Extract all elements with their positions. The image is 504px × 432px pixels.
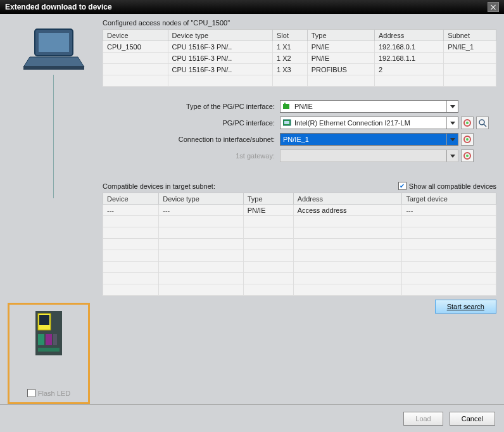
- diagnostics-button-2[interactable]: [461, 133, 474, 146]
- start-search-button[interactable]: Start search: [435, 300, 496, 314]
- flash-led-label: Flash LED: [38, 390, 70, 397]
- table-header: Device: [103, 193, 159, 205]
- nic-icon: [283, 119, 292, 127]
- table-row[interactable]: CPU 1516F-3 PN/..1 X3PROFIBUS2: [103, 64, 496, 75]
- diagnostics-button-3[interactable]: [461, 149, 474, 162]
- svg-line-18: [484, 124, 486, 127]
- chevron-down-icon: [446, 101, 458, 112]
- chevron-down-icon: [446, 150, 458, 162]
- svg-point-17: [479, 120, 484, 125]
- laptop-icon: [22, 24, 85, 75]
- configured-nodes-label: Configured access nodes of "CPU_1500": [103, 19, 496, 27]
- show-all-checkbox[interactable]: Show all compatible devices: [398, 182, 496, 190]
- close-button[interactable]: [488, 2, 499, 12]
- flash-led-checkbox[interactable]: Flash LED: [27, 389, 70, 397]
- svg-rect-1: [39, 33, 69, 52]
- search-button[interactable]: [476, 117, 489, 129]
- table-header: Device: [103, 30, 168, 41]
- diagnostics-icon: [463, 135, 472, 144]
- diagnostics-button[interactable]: [461, 117, 474, 129]
- pgpc-interface-dropdown[interactable]: Intel(R) Ethernet Connection I217-LM: [280, 117, 458, 129]
- svg-point-20: [466, 138, 469, 141]
- search-icon: [478, 118, 487, 127]
- chevron-down-icon: [446, 117, 458, 129]
- svg-rect-6: [39, 315, 49, 325]
- svg-rect-11: [283, 104, 289, 109]
- table-header: Address: [293, 193, 402, 205]
- table-row[interactable]: CPU 1516F-3 PN/..1 X2PN/IE192.168.1.1: [103, 53, 496, 64]
- diagnostics-icon: [463, 118, 472, 127]
- gateway-dropdown: [280, 149, 458, 162]
- configured-nodes-table: DeviceDevice typeSlotTypeAddressSubnet C…: [103, 29, 496, 87]
- svg-rect-10: [38, 348, 60, 352]
- window-title: Extended download to device: [5, 3, 112, 11]
- table-row[interactable]: ------PN/IEAccess address---: [103, 205, 496, 216]
- titlebar: Extended download to device: [0, 0, 504, 14]
- table-header: Subnet: [444, 30, 496, 41]
- diagnostics-icon: [463, 151, 472, 160]
- load-button: Load: [403, 412, 443, 426]
- table-header: Target device: [402, 193, 496, 205]
- plc-icon: [33, 311, 65, 355]
- svg-rect-14: [284, 121, 289, 124]
- checkbox-checked-icon: [398, 182, 406, 190]
- connection-subnet-label: Connection to interface/subnet:: [153, 136, 280, 143]
- pnie-icon: [283, 103, 292, 110]
- connection-subnet-value: PN/IE_1: [283, 136, 309, 143]
- connection-line: [53, 75, 54, 198]
- compatible-devices-label: Compatible devices in target subnet:: [103, 182, 215, 190]
- cancel-button[interactable]: Cancel: [450, 412, 495, 426]
- table-header: Slot: [272, 30, 307, 41]
- svg-rect-12: [284, 103, 286, 105]
- table-header: Device type: [159, 193, 243, 205]
- svg-point-22: [466, 155, 469, 157]
- svg-rect-9: [53, 334, 57, 345]
- dialog-footer: Load Cancel: [0, 404, 504, 432]
- table-header: Type: [243, 193, 293, 205]
- checkbox-box-icon: [27, 389, 35, 397]
- svg-rect-3: [23, 66, 84, 70]
- type-interface-value: PN/IE: [294, 103, 313, 110]
- table-row[interactable]: CPU_1500CPU 1516F-3 PN/..1 X1PN/IE192.16…: [103, 41, 496, 53]
- device-preview-box: Flash LED: [8, 303, 90, 404]
- table-header: Type: [307, 30, 374, 41]
- pgpc-interface-value: Intel(R) Ethernet Connection I217-LM: [294, 119, 410, 127]
- svg-point-16: [466, 122, 469, 124]
- chevron-down-icon: [446, 134, 458, 145]
- svg-marker-2: [23, 57, 84, 67]
- type-interface-dropdown[interactable]: PN/IE: [280, 100, 458, 113]
- table-header: Address: [374, 30, 443, 41]
- type-interface-label: Type of the PG/PC interface:: [153, 103, 280, 110]
- svg-rect-8: [46, 334, 52, 345]
- table-header: Device type: [168, 30, 272, 41]
- connection-subnet-dropdown[interactable]: PN/IE_1: [280, 133, 458, 146]
- compatible-devices-table: DeviceDevice typeTypeAddressTarget devic…: [103, 193, 496, 296]
- gateway-label: 1st gateway:: [153, 152, 280, 160]
- left-column: Flash LED: [8, 19, 99, 404]
- pgpc-interface-label: PG/PC interface:: [153, 119, 280, 127]
- show-all-label: Show all compatible devices: [409, 182, 496, 190]
- svg-rect-7: [38, 334, 44, 345]
- interface-form: Type of the PG/PC interface: PN/IE PG/PC…: [153, 98, 496, 164]
